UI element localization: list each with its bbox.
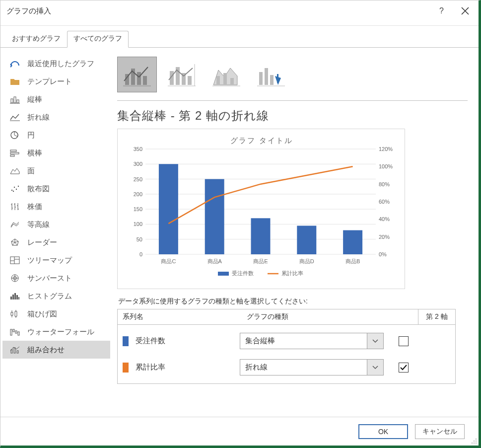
tab-bar: おすすめグラフ すべてのグラフ (0, 26, 479, 48)
sidebar-item-recent[interactable]: 最近使用したグラフ (2, 55, 110, 73)
sidebar-item-label: 箱ひげ図 (27, 309, 57, 319)
sidebar-item-label: レーダー (27, 238, 57, 247)
svg-rect-0 (11, 99, 13, 103)
bar-chart-icon (9, 148, 20, 158)
series-row: 累計比率 折れ線 (118, 354, 455, 380)
subtype-icon (122, 61, 152, 88)
secondary-axis-checkbox[interactable] (399, 363, 409, 373)
svg-text:80%: 80% (379, 181, 390, 187)
svg-point-83 (472, 443, 473, 444)
svg-rect-39 (265, 68, 268, 85)
sidebar-item-line[interactable]: 折れ線 (2, 108, 110, 126)
subtype-stacked-area-column[interactable] (206, 57, 246, 92)
sidebar-item-stock[interactable]: 株価 (2, 198, 110, 216)
svg-text:200: 200 (134, 191, 142, 197)
col-secondary-axis: 第 2 軸 (418, 309, 455, 324)
series-caption: データ系列に使用するグラフの種類と軸を選択してください: (118, 297, 468, 306)
svg-text:0: 0 (139, 251, 142, 257)
surface-chart-icon (9, 220, 20, 229)
svg-text:60%: 60% (379, 199, 390, 205)
stock-chart-icon (9, 202, 20, 212)
tab-recommended[interactable]: おすすめグラフ (5, 31, 67, 48)
sidebar-item-label: ツリーマップ (27, 256, 72, 265)
svg-rect-74 (343, 230, 362, 254)
sidebar-item-label: サンバースト (27, 274, 72, 283)
dropdown-button[interactable] (367, 359, 384, 375)
sidebar-item-area[interactable]: 面 (2, 162, 110, 180)
main-panel: 集合縦棒 - 第 2 軸の折れ線 グラフ タイトル050100150200250… (112, 48, 479, 416)
svg-rect-21 (13, 329, 14, 332)
sidebar-item-label: 最近使用したグラフ (27, 59, 94, 69)
sidebar-item-combo[interactable]: 組み合わせ (2, 341, 110, 359)
svg-text:350: 350 (134, 146, 142, 152)
series-row: 受注件数 集合縦棒 (118, 328, 455, 354)
svg-point-10 (18, 186, 19, 187)
check-icon (400, 364, 408, 372)
svg-text:250: 250 (134, 176, 142, 182)
ok-button[interactable]: OK (358, 424, 408, 439)
sidebar-item-pie[interactable]: 円 (2, 126, 110, 144)
sidebar-item-label: 縦棒 (27, 95, 42, 104)
subtype-icon (167, 61, 197, 88)
subtype-clustered-column-line[interactable] (162, 57, 202, 92)
sidebar-item-label: 横棒 (27, 149, 42, 158)
svg-point-84 (474, 443, 475, 444)
help-button[interactable]: ? (435, 4, 448, 17)
svg-rect-40 (270, 75, 274, 85)
close-button[interactable] (457, 4, 474, 17)
sidebar-item-column[interactable]: 縦棒 (2, 90, 110, 108)
sidebar-item-waterfall[interactable]: ウォーターフォール (2, 323, 110, 341)
dropdown-value: 集合縦棒 (240, 333, 367, 349)
sunburst-icon (9, 273, 20, 283)
sidebar-item-histogram[interactable]: ヒストグラム (2, 287, 110, 305)
svg-rect-18 (16, 295, 18, 299)
series-type-dropdown[interactable]: 折れ線 (240, 359, 384, 375)
svg-rect-35 (216, 76, 220, 85)
svg-rect-72 (297, 225, 316, 254)
tab-all-charts[interactable]: すべてのグラフ (67, 31, 129, 48)
dropdown-value: 折れ線 (240, 359, 367, 375)
svg-rect-2 (17, 100, 19, 103)
secondary-axis-checkbox[interactable] (399, 336, 409, 346)
sidebar-item-templates[interactable]: テンプレート (2, 73, 110, 90)
svg-point-82 (476, 441, 477, 442)
svg-rect-5 (10, 152, 19, 154)
sidebar-item-label: テンプレート (27, 77, 72, 86)
sidebar-item-label: 株価 (27, 202, 42, 212)
subtype-custom-combo[interactable] (251, 57, 291, 92)
line-chart-icon (9, 112, 20, 122)
svg-rect-29 (137, 72, 141, 85)
sidebar-item-treemap[interactable]: ツリーマップ (2, 251, 110, 269)
subtype-icon (256, 61, 286, 88)
svg-text:商品B: 商品B (345, 258, 360, 264)
svg-text:100%: 100% (379, 163, 393, 169)
subtype-clustered-column-line-2axis[interactable] (117, 57, 157, 92)
sidebar-item-scatter[interactable]: 散布図 (2, 180, 110, 198)
cancel-button[interactable]: キャンセル (415, 424, 465, 439)
chart-category-list: 最近使用したグラフ テンプレート 縦棒 折れ線 円 横棒 面 散布図 (0, 48, 112, 416)
sidebar-item-boxwhisker[interactable]: 箱ひげ図 (2, 305, 110, 323)
svg-rect-26 (17, 351, 18, 353)
series-type-dropdown[interactable]: 集合縦棒 (240, 333, 384, 349)
series-table: 系列名 グラフの種類 第 2 軸 受注件数 集合縦棒 (117, 309, 456, 384)
boxwhisker-icon (9, 309, 20, 319)
resize-grip-icon[interactable] (471, 438, 477, 444)
svg-text:50: 50 (137, 236, 142, 242)
sidebar-item-bar[interactable]: 横棒 (2, 144, 110, 162)
sidebar-item-radar[interactable]: レーダー (2, 233, 110, 251)
histogram-icon (9, 291, 20, 301)
column-chart-icon (9, 94, 20, 104)
svg-rect-20 (10, 329, 12, 335)
sidebar-item-sunburst[interactable]: サンバースト (2, 269, 110, 287)
chevron-down-icon (372, 366, 378, 370)
subtype-title: 集合縦棒 - 第 2 軸の折れ線 (117, 108, 468, 124)
chart-preview[interactable]: グラフ タイトル0501001502002503003500%20%40%60%… (117, 129, 405, 289)
sidebar-item-label: 等高線 (27, 220, 50, 229)
sidebar-item-surface[interactable]: 等高線 (2, 216, 110, 233)
sidebar-item-label: 組み合わせ (27, 345, 65, 355)
window-controls: ? (435, 4, 474, 17)
dropdown-button[interactable] (367, 333, 384, 349)
svg-rect-23 (18, 332, 19, 335)
svg-text:累計比率: 累計比率 (281, 270, 303, 276)
svg-text:商品A: 商品A (207, 258, 222, 264)
